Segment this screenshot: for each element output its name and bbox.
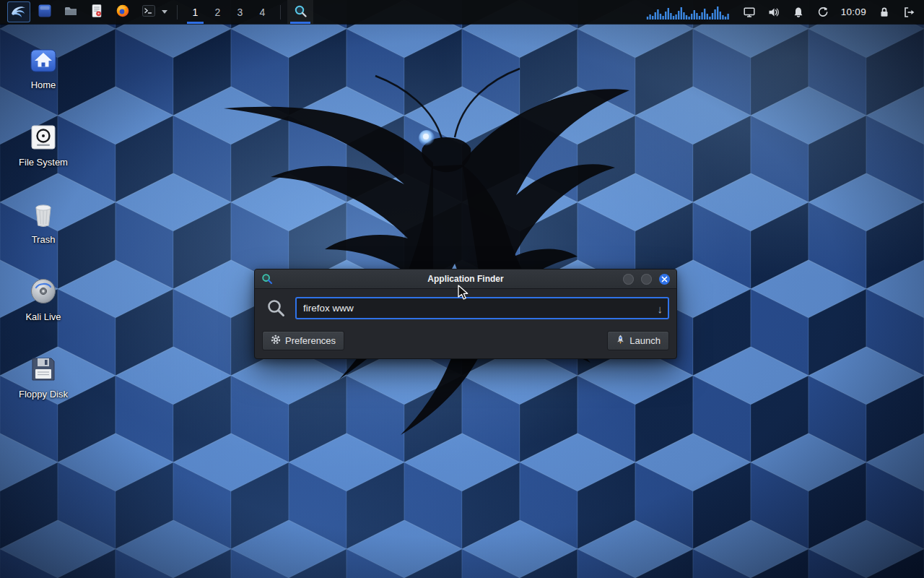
panel-separator bbox=[177, 5, 178, 20]
panel-separator bbox=[280, 5, 281, 20]
launch-label: Launch bbox=[629, 335, 661, 346]
lock-icon[interactable] bbox=[878, 6, 891, 19]
window-title: Application Finder bbox=[255, 274, 676, 284]
kali-live-icon bbox=[28, 275, 58, 306]
status-tray: 10:09 bbox=[646, 4, 918, 20]
desktop-icon-file-system[interactable]: File System bbox=[9, 120, 78, 168]
spectrum-graph[interactable] bbox=[646, 4, 731, 20]
launch-icon bbox=[616, 335, 625, 347]
home-icon bbox=[28, 43, 58, 74]
gear-icon bbox=[271, 335, 281, 347]
clock[interactable]: 10:09 bbox=[841, 7, 866, 17]
minimize-button[interactable] bbox=[623, 274, 634, 285]
terminal-menu-chevron-icon[interactable] bbox=[160, 1, 169, 22]
firefox-launcher[interactable] bbox=[111, 1, 134, 22]
notifications-bell-icon[interactable] bbox=[792, 6, 805, 19]
files-launcher[interactable] bbox=[33, 1, 56, 22]
text-editor-launcher[interactable] bbox=[85, 1, 108, 22]
kali-menu-icon bbox=[10, 2, 27, 22]
workspace-3[interactable]: 3 bbox=[229, 0, 251, 24]
desktop-icon-trash[interactable]: Trash bbox=[9, 197, 78, 245]
window-button-row: Preferences Launch bbox=[255, 331, 676, 358]
file-manager-launcher[interactable] bbox=[59, 1, 82, 22]
search-row: ↓ bbox=[255, 289, 676, 323]
desktop-icon-home[interactable]: Home bbox=[9, 43, 78, 90]
close-button[interactable] bbox=[659, 274, 670, 285]
search-input[interactable] bbox=[295, 297, 669, 319]
taskbar-application-finder[interactable] bbox=[287, 0, 313, 24]
top-panel: 1 2 3 4 bbox=[0, 0, 924, 24]
firefox-icon bbox=[116, 4, 130, 20]
logout-icon[interactable] bbox=[902, 6, 915, 19]
launch-button[interactable]: Launch bbox=[607, 331, 669, 350]
display-icon[interactable] bbox=[743, 6, 756, 19]
workspace-2[interactable]: 2 bbox=[206, 0, 229, 24]
file-system-icon bbox=[29, 120, 58, 152]
application-finder-window: Application Finder ↓ bbox=[254, 269, 677, 359]
application-finder-icon bbox=[294, 4, 308, 20]
update-icon[interactable] bbox=[816, 6, 829, 19]
folder-icon bbox=[64, 4, 78, 20]
launcher-group bbox=[6, 1, 170, 22]
titlebar[interactable]: Application Finder bbox=[255, 269, 676, 289]
application-finder-icon bbox=[261, 273, 273, 285]
search-icon bbox=[265, 298, 287, 318]
desktop-icon-floppy-disk[interactable]: Floppy Disk bbox=[9, 352, 78, 400]
text-editor-icon bbox=[90, 4, 104, 20]
terminal-launcher[interactable] bbox=[137, 1, 160, 22]
preferences-label: Preferences bbox=[285, 335, 336, 346]
volume-icon[interactable] bbox=[767, 6, 780, 19]
maximize-button[interactable] bbox=[641, 274, 652, 285]
terminal-icon bbox=[141, 4, 156, 20]
desktop-icon-kali-live[interactable]: Kali Live bbox=[9, 275, 78, 322]
workspace-4[interactable]: 4 bbox=[251, 0, 274, 24]
workspace-switcher: 1 2 3 4 bbox=[184, 0, 274, 24]
desktop-icon-label: File System bbox=[19, 157, 68, 168]
desktop-icon-label: Kali Live bbox=[25, 311, 61, 322]
applications-menu-button[interactable] bbox=[7, 1, 30, 22]
trash-icon bbox=[28, 197, 58, 229]
floppy-disk-icon bbox=[29, 352, 58, 384]
desktop-icon-label: Floppy Disk bbox=[19, 389, 68, 400]
desktop-icon-label: Home bbox=[31, 79, 56, 90]
files-icon bbox=[38, 4, 52, 20]
desktop-icon-label: Trash bbox=[32, 234, 56, 245]
workspace-1[interactable]: 1 bbox=[184, 0, 206, 24]
preferences-button[interactable]: Preferences bbox=[262, 331, 344, 350]
dropdown-arrow-icon[interactable]: ↓ bbox=[658, 303, 663, 314]
